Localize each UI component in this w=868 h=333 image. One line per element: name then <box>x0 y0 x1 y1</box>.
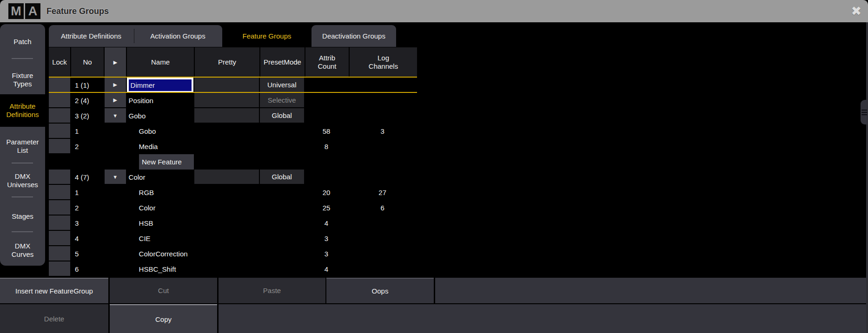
collapse-icon[interactable]: ▼ <box>105 170 126 185</box>
lock-cell[interactable] <box>49 78 70 93</box>
lock-cell[interactable] <box>49 231 70 246</box>
pretty-cell[interactable] <box>194 185 259 200</box>
attrib-count-cell: 20 <box>305 185 348 200</box>
tab-attribute-definitions[interactable]: Attribute Definitions <box>49 25 133 47</box>
sidebar-item-patch[interactable]: Patch <box>0 38 45 46</box>
sidebar-item-attribute-definitions[interactable]: Attribute Definitions <box>0 94 45 127</box>
lock-cell[interactable] <box>49 139 70 154</box>
name-cell[interactable]: Position <box>127 93 194 108</box>
row-number-cell: 3 (2) <box>71 108 104 124</box>
lock-cell[interactable] <box>49 124 70 139</box>
pretty-cell[interactable] <box>194 231 259 246</box>
expand-cell <box>105 185 126 200</box>
button-bar-empty-area <box>435 278 868 303</box>
pretty-cell[interactable] <box>194 139 259 154</box>
preset-mode-cell[interactable]: Global <box>260 170 304 185</box>
insert-new-featuregroup-button[interactable]: Insert new FeatureGroup <box>0 278 108 303</box>
side-panel-grip-handle[interactable] <box>861 100 868 124</box>
pretty-cell[interactable] <box>194 108 259 124</box>
name-cell[interactable]: Color <box>127 200 194 215</box>
pretty-cell[interactable] <box>194 124 259 139</box>
ma-logo-a: A <box>25 3 40 19</box>
lock-cell[interactable] <box>49 108 70 124</box>
grip-line <box>861 114 867 115</box>
name-cell[interactable]: Color <box>127 170 194 185</box>
cut-button[interactable]: Cut <box>110 278 217 303</box>
tab-feature-groups[interactable]: Feature Groups <box>223 25 311 47</box>
name-cell[interactable]: RGB <box>127 185 194 200</box>
lock-cell[interactable] <box>49 246 70 261</box>
table-row: 2 (4)▶PositionSelective <box>49 93 417 108</box>
pretty-cell[interactable] <box>194 261 259 277</box>
row-number-cell: 4 (7) <box>71 170 104 185</box>
sidebar: Patch Fixture Types Attribute Definition… <box>0 24 45 266</box>
pretty-cell[interactable] <box>194 200 259 215</box>
pretty-cell[interactable] <box>194 246 259 261</box>
pretty-cell[interactable] <box>194 93 259 108</box>
sidebar-divider <box>12 231 33 232</box>
sidebar-item-dmx-curves[interactable]: DMX Curves <box>0 242 45 259</box>
tab-deactivation-groups[interactable]: Deactivation Groups <box>311 25 396 47</box>
log-channels-cell: 27 <box>349 185 416 200</box>
expand-cell <box>105 200 126 215</box>
preset-mode-cell <box>260 231 304 246</box>
sidebar-item-fixture-types[interactable]: Fixture Types <box>0 72 45 88</box>
lock-cell[interactable] <box>49 215 70 231</box>
row-cursor-bottom-line <box>49 92 417 93</box>
name-cell[interactable]: CIE <box>127 231 194 246</box>
expand-icon[interactable]: ▶ <box>105 78 126 93</box>
new-feature-button[interactable]: New Feature <box>139 154 194 170</box>
name-cell[interactable]: HSBC_Shift <box>127 261 194 277</box>
name-column: Dimmer <box>127 78 194 93</box>
tab-divider <box>134 29 134 43</box>
name-cell[interactable]: Media <box>127 139 194 154</box>
attrib-count-cell <box>305 93 348 108</box>
name-edit-cell[interactable]: Dimmer <box>127 78 194 93</box>
name-cell[interactable]: ColorCorrection <box>127 246 194 261</box>
log-channels-cell <box>349 78 416 93</box>
expand-cell <box>105 124 126 139</box>
preset-mode-cell <box>260 200 304 215</box>
sidebar-item-dmx-universes[interactable]: DMX Universes <box>0 172 45 189</box>
preset-mode-cell <box>260 139 304 154</box>
row-number-cell: 6 <box>71 261 104 277</box>
lock-cell[interactable] <box>49 185 70 200</box>
lock-cell[interactable] <box>49 200 70 215</box>
preset-mode-cell[interactable]: Selective <box>260 93 304 108</box>
name-cell[interactable]: HSB <box>127 215 194 231</box>
pretty-cell[interactable] <box>194 78 259 93</box>
preset-mode-cell[interactable]: Global <box>260 108 304 124</box>
copy-button[interactable]: Copy <box>110 304 217 333</box>
preset-mode-cell <box>260 124 304 139</box>
table-row: 6HSBC_Shift4 <box>49 261 417 277</box>
delete-button[interactable]: Delete <box>0 304 108 333</box>
lock-cell[interactable] <box>49 170 70 185</box>
lock-cell[interactable] <box>49 93 70 108</box>
close-icon[interactable]: ✖ <box>851 0 861 22</box>
button-bar-empty-area <box>219 304 868 333</box>
log-channels-cell <box>349 215 416 231</box>
sidebar-item-parameter-list[interactable]: Parameter List <box>0 138 45 155</box>
name-column: New Feature <box>127 154 194 170</box>
sidebar-item-stages[interactable]: Stages <box>0 212 45 221</box>
pretty-cell[interactable] <box>194 170 259 185</box>
log-channels-cell <box>349 231 416 246</box>
expand-cell <box>105 154 126 170</box>
grip-line <box>861 110 867 111</box>
pretty-cell[interactable] <box>194 215 259 231</box>
expand-icon[interactable]: ▶ <box>105 93 126 108</box>
table-row: 3 (2)▼GoboGlobal <box>49 108 417 124</box>
attrib-count-cell: 4 <box>305 261 348 277</box>
name-cell[interactable]: Gobo <box>127 108 194 124</box>
oops-button[interactable]: Oops <box>326 278 434 303</box>
header-pretty: Pretty <box>195 47 259 77</box>
name-cell[interactable]: Gobo <box>127 124 194 139</box>
grip-line <box>861 112 867 113</box>
collapse-icon[interactable]: ▼ <box>105 108 126 124</box>
paste-button[interactable]: Paste <box>219 278 325 303</box>
attrib-count-cell: 3 <box>305 246 348 261</box>
row-number-cell: 3 <box>71 215 104 231</box>
lock-cell[interactable] <box>49 261 70 277</box>
preset-mode-cell[interactable]: Universal <box>260 78 304 93</box>
tab-activation-groups[interactable]: Activation Groups <box>133 25 222 47</box>
